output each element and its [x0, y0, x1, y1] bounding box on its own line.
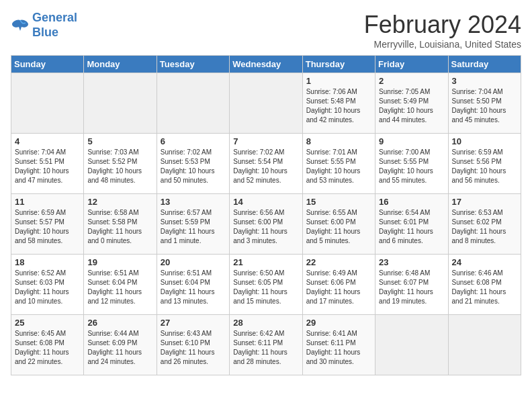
calendar-table: SundayMondayTuesdayWednesdayThursdayFrid…: [11, 55, 521, 375]
day-number: 28: [233, 318, 298, 328]
calendar-cell: 16Sunrise: 6:54 AM Sunset: 6:01 PM Dayli…: [375, 194, 448, 255]
day-info: Sunrise: 6:44 AM Sunset: 6:09 PM Dayligh…: [87, 329, 152, 367]
calendar-cell: 2Sunrise: 7:05 AM Sunset: 5:49 PM Daylig…: [375, 73, 448, 134]
day-number: 23: [379, 257, 444, 267]
calendar-cell: 17Sunrise: 6:53 AM Sunset: 6:02 PM Dayli…: [448, 194, 521, 255]
day-number: 1: [306, 76, 371, 86]
calendar-subtitle: Merryville, Louisiana, United States: [364, 39, 521, 50]
logo-icon: [11, 17, 30, 34]
day-number: 26: [87, 318, 152, 328]
calendar-cell: 6Sunrise: 7:02 AM Sunset: 5:53 PM Daylig…: [157, 134, 229, 194]
day-info: Sunrise: 7:06 AM Sunset: 5:48 PM Dayligh…: [306, 87, 371, 125]
calendar-cell: [375, 315, 448, 375]
calendar-cell: 12Sunrise: 6:58 AM Sunset: 5:58 PM Dayli…: [84, 194, 157, 255]
day-info: Sunrise: 7:04 AM Sunset: 5:51 PM Dayligh…: [15, 148, 80, 185]
calendar-cell: 18Sunrise: 6:52 AM Sunset: 6:03 PM Dayli…: [11, 255, 84, 315]
calendar-cell: [230, 73, 302, 134]
day-number: 19: [87, 257, 152, 267]
day-info: Sunrise: 7:03 AM Sunset: 5:52 PM Dayligh…: [87, 148, 152, 185]
calendar-cell: 29Sunrise: 6:41 AM Sunset: 6:11 PM Dayli…: [302, 315, 375, 375]
day-info: Sunrise: 6:43 AM Sunset: 6:10 PM Dayligh…: [161, 329, 226, 367]
day-info: Sunrise: 6:49 AM Sunset: 6:06 PM Dayligh…: [306, 269, 371, 306]
day-info: Sunrise: 6:45 AM Sunset: 6:08 PM Dayligh…: [15, 329, 80, 367]
day-number: 12: [87, 197, 152, 207]
day-number: 4: [15, 136, 80, 146]
calendar-cell: 25Sunrise: 6:45 AM Sunset: 6:08 PM Dayli…: [11, 315, 84, 375]
calendar-cell: 7Sunrise: 7:02 AM Sunset: 5:54 PM Daylig…: [230, 134, 302, 194]
day-info: Sunrise: 6:59 AM Sunset: 5:56 PM Dayligh…: [452, 148, 517, 185]
day-number: 21: [233, 257, 298, 267]
day-info: Sunrise: 7:04 AM Sunset: 5:50 PM Dayligh…: [452, 87, 517, 125]
calendar-cell: 14Sunrise: 6:56 AM Sunset: 6:00 PM Dayli…: [230, 194, 302, 255]
day-info: Sunrise: 7:02 AM Sunset: 5:53 PM Dayligh…: [161, 148, 226, 185]
calendar-week-row: 18Sunrise: 6:52 AM Sunset: 6:03 PM Dayli…: [11, 255, 521, 315]
day-number: 3: [452, 76, 517, 86]
day-number: 11: [15, 197, 80, 207]
header-tuesday: Tuesday: [157, 56, 229, 73]
calendar-cell: 28Sunrise: 6:42 AM Sunset: 6:11 PM Dayli…: [230, 315, 302, 375]
calendar-cell: 9Sunrise: 7:00 AM Sunset: 5:55 PM Daylig…: [375, 134, 448, 194]
day-info: Sunrise: 6:46 AM Sunset: 6:08 PM Dayligh…: [452, 269, 517, 306]
calendar-cell: 24Sunrise: 6:46 AM Sunset: 6:08 PM Dayli…: [448, 255, 521, 315]
day-info: Sunrise: 7:02 AM Sunset: 5:54 PM Dayligh…: [233, 148, 298, 185]
header-saturday: Saturday: [448, 56, 521, 73]
day-info: Sunrise: 6:53 AM Sunset: 6:02 PM Dayligh…: [452, 208, 517, 246]
day-number: 18: [15, 257, 80, 267]
calendar-cell: 10Sunrise: 6:59 AM Sunset: 5:56 PM Dayli…: [448, 134, 521, 194]
day-number: 8: [306, 136, 371, 146]
day-info: Sunrise: 6:41 AM Sunset: 6:11 PM Dayligh…: [306, 329, 371, 367]
day-info: Sunrise: 6:52 AM Sunset: 6:03 PM Dayligh…: [15, 269, 80, 306]
calendar-cell: 19Sunrise: 6:51 AM Sunset: 6:04 PM Dayli…: [84, 255, 157, 315]
calendar-cell: 1Sunrise: 7:06 AM Sunset: 5:48 PM Daylig…: [302, 73, 375, 134]
calendar-cell: 26Sunrise: 6:44 AM Sunset: 6:09 PM Dayli…: [84, 315, 157, 375]
day-number: 14: [233, 197, 298, 207]
day-number: 22: [306, 257, 371, 267]
calendar-cell: [448, 315, 521, 375]
day-info: Sunrise: 6:48 AM Sunset: 6:07 PM Dayligh…: [379, 269, 444, 306]
day-number: 9: [379, 136, 444, 146]
calendar-week-row: 4Sunrise: 7:04 AM Sunset: 5:51 PM Daylig…: [11, 134, 521, 194]
calendar-cell: 22Sunrise: 6:49 AM Sunset: 6:06 PM Dayli…: [302, 255, 375, 315]
day-number: 20: [161, 257, 226, 267]
day-number: 10: [452, 136, 517, 146]
day-info: Sunrise: 6:50 AM Sunset: 6:05 PM Dayligh…: [233, 269, 298, 306]
day-info: Sunrise: 7:00 AM Sunset: 5:55 PM Dayligh…: [379, 148, 444, 185]
day-number: 13: [161, 197, 226, 207]
day-number: 16: [379, 197, 444, 207]
calendar-cell: [11, 73, 84, 134]
day-info: Sunrise: 6:51 AM Sunset: 6:04 PM Dayligh…: [161, 269, 226, 306]
day-number: 25: [15, 318, 80, 328]
calendar-cell: 21Sunrise: 6:50 AM Sunset: 6:05 PM Dayli…: [230, 255, 302, 315]
day-info: Sunrise: 6:51 AM Sunset: 6:04 PM Dayligh…: [87, 269, 152, 306]
day-number: 15: [306, 197, 371, 207]
calendar-week-row: 25Sunrise: 6:45 AM Sunset: 6:08 PM Dayli…: [11, 315, 521, 375]
day-number: 27: [161, 318, 226, 328]
calendar-cell: 13Sunrise: 6:57 AM Sunset: 5:59 PM Dayli…: [157, 194, 229, 255]
day-info: Sunrise: 6:58 AM Sunset: 5:58 PM Dayligh…: [87, 208, 152, 246]
day-number: 17: [452, 197, 517, 207]
calendar-header-row: SundayMondayTuesdayWednesdayThursdayFrid…: [11, 56, 521, 73]
day-number: 7: [233, 136, 298, 146]
calendar-cell: 20Sunrise: 6:51 AM Sunset: 6:04 PM Dayli…: [157, 255, 229, 315]
day-info: Sunrise: 6:42 AM Sunset: 6:11 PM Dayligh…: [233, 329, 298, 367]
calendar-cell: 23Sunrise: 6:48 AM Sunset: 6:07 PM Dayli…: [375, 255, 448, 315]
header-friday: Friday: [375, 56, 448, 73]
calendar-week-row: 1Sunrise: 7:06 AM Sunset: 5:48 PM Daylig…: [11, 73, 521, 134]
logo-name: General Blue: [32, 11, 77, 40]
day-info: Sunrise: 6:57 AM Sunset: 5:59 PM Dayligh…: [161, 208, 226, 246]
day-info: Sunrise: 6:56 AM Sunset: 6:00 PM Dayligh…: [233, 208, 298, 246]
header-wednesday: Wednesday: [230, 56, 302, 73]
header-monday: Monday: [84, 56, 157, 73]
calendar-cell: 15Sunrise: 6:55 AM Sunset: 6:00 PM Dayli…: [302, 194, 375, 255]
day-info: Sunrise: 7:05 AM Sunset: 5:49 PM Dayligh…: [379, 87, 444, 125]
day-info: Sunrise: 6:59 AM Sunset: 5:57 PM Dayligh…: [15, 208, 80, 246]
day-number: 29: [306, 318, 371, 328]
page-header: General Blue February 2024 Merryville, L…: [11, 11, 521, 50]
title-block: February 2024 Merryville, Louisiana, Uni…: [364, 11, 521, 50]
calendar-week-row: 11Sunrise: 6:59 AM Sunset: 5:57 PM Dayli…: [11, 194, 521, 255]
calendar-cell: 11Sunrise: 6:59 AM Sunset: 5:57 PM Dayli…: [11, 194, 84, 255]
header-thursday: Thursday: [302, 56, 375, 73]
calendar-cell: 27Sunrise: 6:43 AM Sunset: 6:10 PM Dayli…: [157, 315, 229, 375]
calendar-cell: [84, 73, 157, 134]
header-sunday: Sunday: [11, 56, 84, 73]
